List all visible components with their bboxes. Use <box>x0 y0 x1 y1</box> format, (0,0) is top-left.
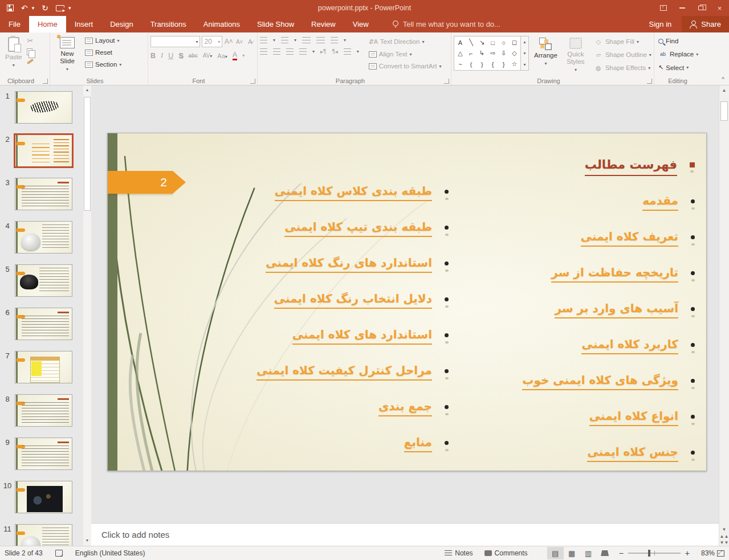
underline-button[interactable]: U <box>168 52 173 60</box>
thumbnail-scroll-down-icon[interactable]: ▼ <box>85 536 89 544</box>
toc-link[interactable]: مقدمه <box>642 192 678 211</box>
find-button[interactable]: Find <box>657 36 700 46</box>
change-case-button[interactable]: Aa▾ <box>217 52 227 59</box>
align-left-icon[interactable] <box>260 48 267 55</box>
comments-toggle[interactable]: Comments <box>480 547 532 559</box>
undo-dropdown-icon[interactable]: ▾ <box>32 5 35 11</box>
thumbnail-scroll-up-icon[interactable]: ▲ <box>85 85 89 93</box>
shape-icon[interactable]: } <box>498 59 509 70</box>
ribbon-tab[interactable]: Insert <box>66 16 102 32</box>
fit-slide-to-window-icon[interactable] <box>717 550 724 557</box>
zoom-level[interactable]: 83% <box>695 549 715 557</box>
toc-link[interactable]: دلایل انتخاب رنگ کلاه ایمنی <box>274 290 432 309</box>
toc-link[interactable]: طبقه بندی تیپ کلاه ایمنی <box>284 218 432 237</box>
shapes-gallery[interactable]: A╲↘□○◻△⌐↳⇨⇩◇~(){}☆ <box>454 36 521 71</box>
shape-icon[interactable]: ~ <box>455 59 466 70</box>
format-painter-icon[interactable] <box>27 59 34 64</box>
shape-icon[interactable]: ◇ <box>509 48 520 59</box>
toc-link[interactable]: تاریخچه حفاظت از سر <box>551 264 678 283</box>
slide-thumbnail[interactable]: 4 <box>0 221 91 254</box>
copy-icon[interactable] <box>27 48 32 55</box>
toc-column-left[interactable]: طبقه بندی کلاس کلاه ایمنی طبقه بندی تیپ … <box>221 182 449 469</box>
toc-item[interactable]: جنس کلاه ایمنی <box>501 443 695 471</box>
customize-quick-access-icon[interactable]: ▾ <box>68 5 71 11</box>
increase-indent-icon[interactable] <box>316 37 325 43</box>
bold-button[interactable]: B <box>150 52 156 60</box>
repeat-icon[interactable]: ↻ <box>42 4 48 12</box>
ribbon-tab[interactable]: Transitions <box>142 16 195 32</box>
slide-indicator[interactable]: Slide 2 of 43 <box>5 549 43 557</box>
shape-icon[interactable]: ⇨ <box>487 48 498 59</box>
toc-link[interactable]: فهرست مطالب <box>585 156 677 176</box>
text-direction-button[interactable]: ⇵AText Direction▾ <box>367 36 443 47</box>
toc-link[interactable]: جنس کلاه ایمنی <box>587 443 678 462</box>
align-right-icon[interactable] <box>286 48 294 55</box>
font-color-button[interactable]: A <box>233 51 237 60</box>
cut-icon[interactable]: ✂ <box>27 36 34 45</box>
shape-icon[interactable]: ⌐ <box>466 48 477 59</box>
save-icon[interactable] <box>7 5 14 11</box>
paragraph-dialog-launcher[interactable] <box>444 79 449 84</box>
ribbon-tab[interactable]: File <box>0 16 29 32</box>
shape-icon[interactable]: ↘ <box>477 37 487 48</box>
close-button[interactable]: × <box>710 0 729 16</box>
slide-sorter-view-button[interactable]: ▦ <box>564 547 580 559</box>
ltr-direction-icon[interactable]: ¶◂ <box>332 48 337 55</box>
convert-to-smartart-button[interactable]: Convert to SmartArt▾ <box>367 62 443 71</box>
shape-icon[interactable]: ☆ <box>509 59 520 70</box>
zoom-slider[interactable] <box>628 553 681 554</box>
shape-effects-button[interactable]: ◍Shape Effects▾ <box>592 63 653 73</box>
toc-item[interactable]: مقدمه <box>501 192 695 228</box>
previous-slide-button[interactable]: ▲▲ <box>720 534 729 539</box>
arrange-button[interactable]: Arrange▾ <box>531 36 560 68</box>
ribbon-tab[interactable]: View <box>344 16 377 32</box>
shape-icon[interactable]: ╲ <box>466 37 477 48</box>
toc-item[interactable]: منابع <box>221 434 449 469</box>
new-slide-button[interactable]: New Slide▾ <box>52 35 82 74</box>
ribbon-tab[interactable]: Home <box>29 16 66 32</box>
shape-icon[interactable]: ( <box>466 59 477 70</box>
zoom-slider-thumb[interactable] <box>648 550 650 557</box>
toc-item[interactable]: طبقه بندی تیپ کلاه ایمنی <box>221 218 449 254</box>
ribbon-tab[interactable]: Review <box>303 16 344 32</box>
shape-icon[interactable]: ○ <box>498 37 509 48</box>
clipboard-dialog-launcher[interactable] <box>43 79 48 84</box>
font-size-combo[interactable]: 20▾ <box>202 36 222 47</box>
toc-link[interactable]: منابع <box>404 434 432 452</box>
section-button[interactable]: Section▾ <box>83 60 123 69</box>
shape-icon[interactable]: △ <box>455 48 466 59</box>
grow-font-icon[interactable]: A˄ <box>224 38 233 46</box>
rtl-direction-icon[interactable]: ▸¶ <box>320 48 326 55</box>
toc-column-right[interactable]: فهرست مطالب مقدمه تعریف کلاه ایمنی <box>501 156 695 471</box>
slide-thumbnail[interactable]: 10 <box>0 481 91 513</box>
shape-icon[interactable]: A <box>455 37 466 48</box>
sign-in-link[interactable]: Sign in <box>639 20 682 28</box>
align-text-button[interactable]: Align Text▾ <box>367 50 443 59</box>
toc-link[interactable]: استاندارد های رنگ کلاه ایمنی <box>266 254 432 273</box>
slide-thumbnail[interactable]: 5 <box>0 264 91 297</box>
toc-item[interactable]: طبقه بندی کلاس کلاه ایمنی <box>221 182 449 218</box>
numbering-icon[interactable] <box>281 37 288 43</box>
spell-check-icon[interactable] <box>55 550 63 557</box>
undo-icon[interactable]: ↶ <box>21 4 28 12</box>
shape-fill-button[interactable]: ◇Shape Fill▾ <box>592 36 653 47</box>
line-spacing-icon[interactable] <box>331 37 338 43</box>
toc-item[interactable]: ویژگی های کلاه ایمنی خوب <box>501 371 695 407</box>
slide-thumbnail[interactable]: 7 <box>0 351 91 383</box>
slide-show-button[interactable] <box>597 547 613 559</box>
slide-thumbnail[interactable]: 3 <box>0 178 91 210</box>
thumbnail-scrollbar-thumb[interactable] <box>84 97 91 211</box>
strikethrough-button[interactable]: abc <box>189 52 198 59</box>
clear-formatting-icon[interactable]: A̷ <box>246 38 255 46</box>
toc-link[interactable]: مراحل کنترل کیفیت کلاه ایمنی <box>256 362 432 381</box>
replace-button[interactable]: abReplace▾ <box>657 49 700 59</box>
paste-button[interactable]: Paste▾ <box>2 35 25 70</box>
ribbon-tab[interactable]: Design <box>101 16 141 32</box>
toc-item[interactable]: دلایل انتخاب رنگ کلاه ایمنی <box>221 290 449 326</box>
slide-thumbnail[interactable]: 11 <box>0 524 91 546</box>
align-center-icon[interactable] <box>273 48 280 55</box>
toc-link[interactable]: طبقه بندی کلاس کلاه ایمنی <box>275 182 432 201</box>
slide-thumbnail[interactable]: 9 <box>0 438 91 470</box>
shape-icon[interactable]: ) <box>477 59 487 70</box>
zoom-in-button[interactable]: + <box>685 549 690 558</box>
